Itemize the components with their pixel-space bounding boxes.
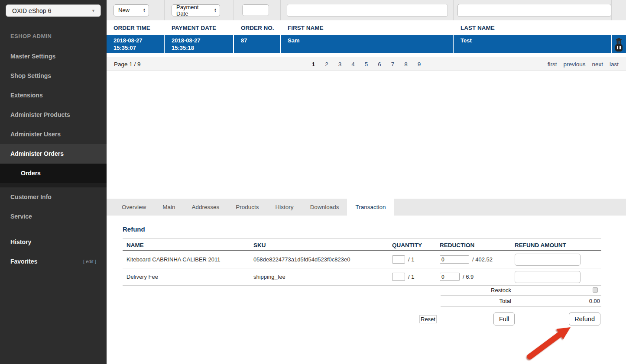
cell-last-name[interactable]: Test (454, 35, 612, 53)
column-header-payment-date[interactable]: PAYMENT DATE (165, 20, 234, 35)
restock-checkbox[interactable] (593, 287, 598, 293)
restock-label: Restock (441, 287, 511, 293)
cell-order-time[interactable]: 2018-08-27 15:35:07 (107, 35, 165, 53)
page-number-5[interactable]: 5 (365, 61, 368, 68)
order-no-filter-input[interactable] (242, 4, 269, 16)
sidebar-item-administer-users[interactable]: Administer Users (0, 125, 107, 144)
pager-last-link[interactable]: last (610, 61, 619, 68)
column-header-order-time[interactable]: ORDER TIME (107, 20, 165, 35)
main-content: New ▲▼ Payment Date ▲▼ ORDER T (107, 0, 626, 364)
quantity-max: / 1 (408, 256, 414, 263)
cell-first-name[interactable]: Sam (281, 35, 454, 53)
refund-button[interactable]: Refund (569, 312, 600, 325)
page-number-3[interactable]: 3 (338, 61, 342, 68)
pause-icon[interactable] (615, 44, 623, 52)
quantity-input[interactable] (392, 273, 405, 281)
tab-products[interactable]: Products (227, 199, 267, 216)
reduction-input[interactable] (440, 273, 460, 281)
total-row: Total 0.00 (441, 296, 601, 307)
refund-amount-input[interactable] (515, 271, 581, 283)
divider (123, 238, 601, 239)
sidebar-item-history[interactable]: History (0, 232, 107, 252)
date-type-filter-value: Payment Date (176, 4, 211, 17)
refund-col-name: NAME (123, 242, 253, 248)
column-header-order-no[interactable]: ORDER NO. (234, 20, 281, 35)
page-indicator: Page 1 / 9 (107, 61, 141, 68)
pager-first-link[interactable]: first (548, 61, 557, 68)
filter-cell-payment-date: Payment Date ▲▼ (165, 0, 234, 20)
page-number-8[interactable]: 8 (404, 61, 408, 68)
favorites-edit-link[interactable]: [ edit ] (83, 252, 96, 271)
tab-downloads[interactable]: Downloads (302, 199, 347, 216)
pager-nav: first previous next last (548, 61, 626, 68)
tab-transaction[interactable]: Transaction (347, 199, 394, 216)
reduction-cell: / 402.52 (437, 255, 514, 264)
status-filter-select[interactable]: New ▲▼ (114, 4, 149, 16)
row-actions (612, 35, 626, 53)
pager-previous-link[interactable]: previous (563, 61, 585, 68)
reduction-cell: / 6.9 (437, 273, 514, 281)
tab-addresses[interactable]: Addresses (184, 199, 228, 216)
first-name-filter-input[interactable] (287, 4, 448, 17)
refund-row-kiteboard: Kiteboard CABRINHA CALIBER 2011 058de822… (123, 251, 601, 268)
sidebar-item-favorites[interactable]: Favorites [ edit ] (0, 252, 107, 271)
sidebar-item-service[interactable]: Service (0, 207, 107, 226)
cell-order-no[interactable]: 87 (234, 35, 281, 53)
refund-table-header: NAME SKU QUANTITY REDUCTION REFUND AMOUN… (123, 240, 601, 251)
shop-selector[interactable]: OXID eShop 6 ▼ (6, 4, 101, 17)
transaction-panel: Refund NAME SKU QUANTITY REDUCTION REFUN… (107, 216, 626, 364)
product-name: Delivery Fee (123, 274, 253, 280)
quantity-cell: / 1 (389, 255, 437, 264)
brand-label: ESHOP ADMIN (10, 33, 107, 39)
page-number-7[interactable]: 7 (391, 61, 395, 68)
page-numbers: 1 2 3 4 5 6 7 8 9 (312, 61, 421, 68)
pagination-bar: Page 1 / 9 1 2 3 4 5 6 7 8 9 first previ… (107, 58, 626, 71)
sidebar-item-customer-info[interactable]: Customer Info (0, 187, 107, 207)
refund-col-reduction: REDUCTION (437, 242, 514, 248)
refund-section-title: Refund (123, 225, 626, 233)
filter-cell-order-time: New ▲▼ (107, 0, 165, 20)
column-header-first-name[interactable]: FIRST NAME (281, 20, 454, 35)
sidebar-item-master-settings[interactable]: Master Settings (0, 47, 107, 66)
page-number-4[interactable]: 4 (351, 61, 355, 68)
refund-amount-input[interactable] (515, 254, 581, 266)
filter-cell-first-name (281, 0, 454, 20)
sidebar-item-administer-products[interactable]: Administer Products (0, 105, 107, 125)
shop-selector-value: OXID eShop 6 (12, 7, 51, 14)
table-row-selected-order[interactable]: 2018-08-27 15:35:07 2018-08-27 15:35:18 … (107, 35, 626, 53)
date-type-filter-select[interactable]: Payment Date ▲▼ (172, 4, 220, 16)
tab-overview[interactable]: Overview (114, 199, 154, 216)
pager-next-link[interactable]: next (592, 61, 603, 68)
quantity-cell: / 1 (389, 273, 437, 281)
empty-area (107, 71, 626, 199)
reduction-input[interactable] (440, 255, 469, 264)
refund-col-refund-amount: REFUND AMOUNT (514, 242, 601, 248)
sidebar-menu: Master Settings Shop Settings Extensions… (0, 47, 107, 271)
column-header-last-name[interactable]: LAST NAME (454, 20, 612, 35)
sidebar-item-shop-settings[interactable]: Shop Settings (0, 66, 107, 86)
orders-filter-row: New ▲▼ Payment Date ▲▼ (107, 0, 626, 20)
reset-button[interactable]: Reset (419, 315, 437, 323)
page-number-9[interactable]: 9 (418, 61, 421, 68)
tab-history[interactable]: History (267, 199, 302, 216)
page-number-2[interactable]: 2 (325, 61, 328, 68)
last-name-filter-input[interactable] (457, 4, 611, 17)
detail-tab-bar: Overview Main Addresses Products History… (107, 199, 626, 216)
sidebar: OXID eShop 6 ▼ ESHOP ADMIN Master Settin… (0, 0, 107, 364)
reduction-max: / 402.52 (472, 256, 493, 263)
page-number-1[interactable]: 1 (312, 61, 315, 68)
sidebar-item-orders[interactable]: Orders (0, 164, 107, 183)
sidebar-item-extensions[interactable]: Extensions (0, 86, 107, 105)
full-button[interactable]: Full (493, 312, 515, 325)
quantity-input[interactable] (392, 255, 405, 264)
quantity-max: / 1 (408, 274, 414, 280)
product-sku: 058de8224773a1d5fd54d523f0c823e0 (253, 256, 389, 263)
refund-amount-cell (514, 254, 601, 266)
cell-payment-date[interactable]: 2018-08-27 15:35:18 (165, 35, 234, 53)
filter-cell-order-no (234, 0, 281, 20)
tab-main[interactable]: Main (154, 199, 183, 216)
refund-amount-cell (514, 271, 601, 283)
orders-table-header: ORDER TIME PAYMENT DATE ORDER NO. FIRST … (107, 20, 626, 35)
sidebar-item-administer-orders[interactable]: Administer Orders (0, 144, 107, 164)
page-number-6[interactable]: 6 (378, 61, 381, 68)
